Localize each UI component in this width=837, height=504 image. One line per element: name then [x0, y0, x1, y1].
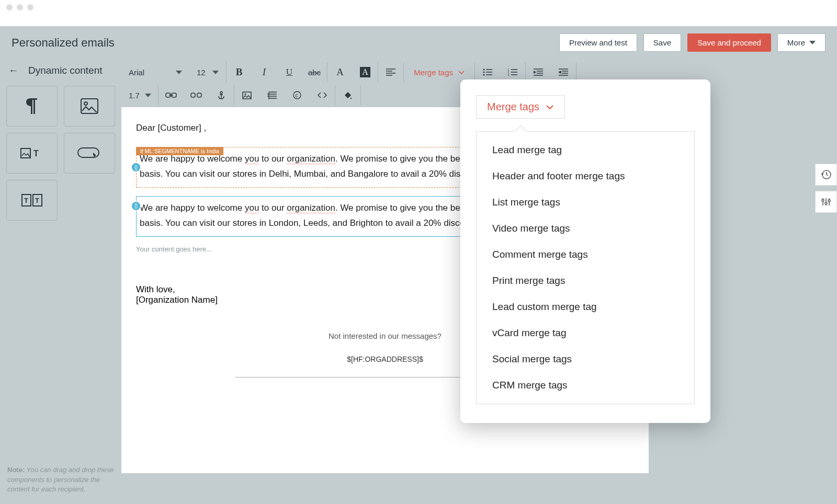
preview-button[interactable]: Preview and test	[559, 33, 637, 52]
text-image-icon: T	[20, 147, 43, 159]
window-close-dot[interactable]	[6, 4, 13, 10]
paint-icon	[344, 91, 352, 99]
strikethrough-button[interactable]: abc	[302, 64, 327, 80]
lineheight-value: 1.7	[129, 91, 140, 100]
unordered-list-button[interactable]	[475, 64, 500, 80]
menu-item-lead-custom[interactable]: Lead custom merge tag	[477, 294, 694, 320]
merge-tags-label: Merge tags	[414, 68, 453, 77]
button-icon	[77, 146, 101, 160]
svg-text:3: 3	[508, 73, 510, 76]
svg-rect-18	[197, 93, 201, 97]
component-image[interactable]	[64, 86, 115, 127]
sidebar-header: ← Dynamic content	[6, 59, 115, 86]
align-button[interactable]	[378, 64, 403, 80]
main: ← Dynamic content T TT Note: You can dra…	[0, 59, 837, 504]
menu-item-social[interactable]: Social merge tags	[477, 346, 694, 372]
svg-text:T: T	[35, 197, 39, 204]
bgcolor-button[interactable]: A	[353, 64, 378, 80]
more-button[interactable]: More	[777, 33, 825, 52]
columns-icon: TT	[21, 194, 42, 207]
paint-button[interactable]	[335, 87, 360, 103]
more-label: More	[787, 38, 805, 47]
merge-tags-popup: Merge tags Lead merge tag Header and foo…	[460, 79, 710, 423]
menu-item-header-footer[interactable]: Header and footer merge tags	[477, 163, 694, 189]
component-columns[interactable]: TT	[6, 180, 58, 221]
copyright-button[interactable]: c	[285, 87, 310, 103]
anchor-icon	[218, 91, 225, 99]
outdent-button[interactable]	[551, 64, 576, 80]
image-icon	[242, 91, 252, 99]
save-button[interactable]: Save	[643, 33, 681, 52]
segment-badge-icon[interactable]: {}	[131, 201, 141, 211]
svg-rect-17	[191, 93, 195, 97]
menu-item-crm[interactable]: CRM merge tags	[477, 372, 694, 398]
table-icon	[267, 91, 277, 99]
window-chrome	[0, 0, 837, 15]
code-button[interactable]	[310, 87, 335, 103]
insert-table-button[interactable]	[259, 87, 285, 103]
indent-button[interactable]	[526, 64, 551, 80]
font-select[interactable]: Arial	[121, 64, 189, 80]
italic-button[interactable]: I	[252, 64, 277, 80]
component-grid: T TT	[6, 86, 115, 221]
svg-point-1	[84, 102, 87, 105]
merge-tags-dropdown-label: Merge tags	[487, 101, 539, 113]
svg-text:T: T	[24, 197, 28, 204]
outdent-icon	[559, 68, 568, 76]
window-min-dot[interactable]	[17, 4, 23, 10]
copyright-icon: c	[293, 91, 301, 99]
indent-icon	[534, 68, 543, 76]
menu-item-lead[interactable]: Lead merge tag	[477, 137, 694, 163]
merge-tags-menu: Lead merge tag Header and footer merge t…	[476, 131, 695, 404]
fontsize-value: 12	[197, 68, 206, 77]
insert-image-button[interactable]	[234, 87, 259, 103]
history-button[interactable]	[815, 164, 837, 186]
header-actions: Preview and test Save Save and proceed M…	[559, 33, 825, 52]
svg-point-27	[828, 200, 830, 202]
menu-item-vcard[interactable]: vCard merge tag	[477, 320, 694, 346]
menu-item-list[interactable]: List merge tags	[477, 189, 694, 215]
merge-tags-dropdown-button[interactable]: Merge tags	[476, 95, 565, 119]
textcolor-button[interactable]: A	[327, 64, 353, 80]
chevron-down-icon	[212, 71, 219, 74]
history-icon	[821, 169, 831, 180]
svg-text:T: T	[33, 149, 39, 158]
svg-point-21	[245, 93, 246, 95]
svg-rect-20	[243, 92, 251, 99]
link-button[interactable]	[159, 87, 184, 103]
component-text-image[interactable]: T	[6, 133, 58, 174]
align-left-icon	[386, 68, 395, 76]
underline-button[interactable]: U	[277, 64, 302, 80]
window-max-dot[interactable]	[27, 4, 33, 10]
chevron-down-icon	[145, 94, 151, 97]
menu-item-print[interactable]: Print merge tags	[477, 268, 694, 294]
ol-icon: 123	[508, 68, 517, 76]
segment-badge-icon[interactable]: {}	[131, 162, 141, 173]
component-paragraph[interactable]	[6, 86, 58, 127]
font-value: Arial	[129, 68, 144, 77]
chevron-down-icon	[458, 71, 465, 74]
back-arrow-icon[interactable]: ←	[8, 64, 19, 76]
component-button[interactable]	[64, 133, 115, 174]
menu-item-video[interactable]: Video merge tags	[477, 215, 694, 242]
unlink-button[interactable]	[184, 87, 209, 103]
fontsize-select[interactable]: 12	[189, 64, 226, 80]
sidebar-title: Dynamic content	[28, 65, 103, 76]
anchor-button[interactable]	[209, 87, 234, 103]
ul-icon	[483, 68, 492, 76]
settings-button[interactable]	[815, 191, 837, 213]
image-icon	[81, 98, 98, 114]
menu-item-comment[interactable]: Comment merge tags	[477, 242, 694, 268]
side-fabs	[815, 164, 837, 213]
merge-tags-button[interactable]: Merge tags	[404, 64, 474, 80]
svg-point-25	[822, 199, 824, 201]
svg-point-19	[220, 91, 222, 94]
svg-point-9	[483, 69, 485, 71]
ordered-list-button[interactable]: 123	[500, 64, 525, 80]
bold-button[interactable]: B	[227, 64, 252, 80]
svg-text:c: c	[296, 93, 298, 98]
svg-rect-2	[21, 148, 30, 158]
save-proceed-button[interactable]: Save and proceed	[687, 33, 771, 52]
lineheight-select[interactable]: 1.7	[121, 87, 158, 103]
svg-point-26	[825, 202, 827, 204]
